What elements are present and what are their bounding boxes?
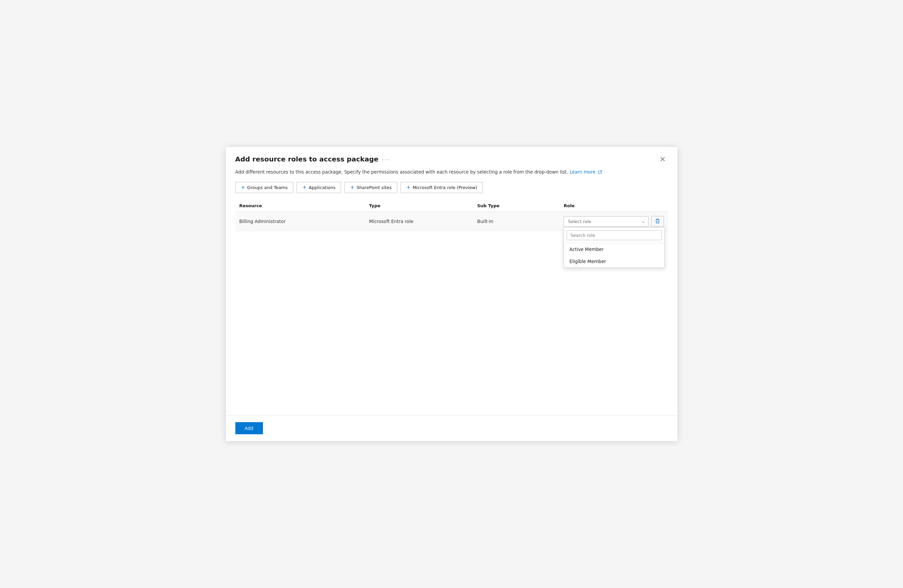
learn-more-link[interactable]: Learn more xyxy=(569,169,602,175)
svg-rect-1 xyxy=(656,220,659,220)
table-row: Billing Administrator Microsoft Entra ro… xyxy=(235,212,668,231)
dropdown-item-eligible-member[interactable]: Eligible Member xyxy=(564,255,664,267)
plus-icon: + xyxy=(350,185,354,190)
dialog-footer: Add xyxy=(226,415,677,441)
sharepoint-sites-label: SharePoint sites xyxy=(357,185,392,190)
microsoft-entra-role-button[interactable]: + Microsoft Entra role (Preview) xyxy=(401,182,483,193)
plus-icon: + xyxy=(302,185,307,190)
dialog: Add resource roles to access package ···… xyxy=(226,147,677,441)
toolbar: + Groups and Teams + Applications + Shar… xyxy=(226,182,677,200)
role-cell-inner: Select role ⌄ Active Member Eligible xyxy=(564,216,664,227)
dialog-description: Add different resources to this access p… xyxy=(226,169,677,182)
resource-cell: Billing Administrator xyxy=(235,212,365,231)
groups-teams-label: Groups and Teams xyxy=(247,185,288,190)
title-row: Add resource roles to access package ··· xyxy=(235,155,390,163)
microsoft-entra-role-label: Microsoft Entra role (Preview) xyxy=(413,185,477,190)
role-dropdown-panel: Active Member Eligible Member xyxy=(564,227,665,268)
column-header-resource: Resource xyxy=(235,200,365,212)
table-body: Billing Administrator Microsoft Entra ro… xyxy=(235,212,668,231)
external-link-icon xyxy=(598,170,602,174)
sharepoint-sites-button[interactable]: + SharePoint sites xyxy=(345,182,397,193)
plus-icon: + xyxy=(406,185,411,190)
applications-label: Applications xyxy=(309,185,335,190)
dialog-ellipsis: ··· xyxy=(382,156,390,163)
resource-roles-table: Resource Type Sub Type Role Billing Admi… xyxy=(235,200,668,231)
table-container: Resource Type Sub Type Role Billing Admi… xyxy=(226,200,677,415)
groups-teams-button[interactable]: + Groups and Teams xyxy=(235,182,294,193)
select-role-wrapper: Select role ⌄ Active Member Eligible xyxy=(564,216,648,227)
close-icon xyxy=(660,157,665,162)
close-button[interactable] xyxy=(657,155,668,163)
subtype-cell: Built-In xyxy=(473,212,560,231)
type-cell: Microsoft Entra role xyxy=(365,212,473,231)
search-role-input[interactable] xyxy=(566,230,662,240)
svg-rect-0 xyxy=(656,219,659,220)
dropdown-search-wrapper xyxy=(564,228,664,243)
select-role-placeholder: Select role xyxy=(568,219,591,224)
delete-row-button[interactable] xyxy=(651,216,664,227)
applications-button[interactable]: + Applications xyxy=(297,182,341,193)
table-header: Resource Type Sub Type Role xyxy=(235,200,668,212)
chevron-down-icon: ⌄ xyxy=(641,219,645,224)
column-header-role: Role xyxy=(560,200,668,212)
column-header-type: Type xyxy=(365,200,473,212)
select-role-button[interactable]: Select role ⌄ xyxy=(564,216,648,227)
dialog-title: Add resource roles to access package xyxy=(235,155,379,163)
dialog-header: Add resource roles to access package ··· xyxy=(226,147,677,169)
add-button[interactable]: Add xyxy=(235,422,263,434)
dropdown-item-active-member[interactable]: Active Member xyxy=(564,243,664,255)
role-cell: Select role ⌄ Active Member Eligible xyxy=(560,212,668,231)
trash-icon xyxy=(655,219,660,224)
column-header-subtype: Sub Type xyxy=(473,200,560,212)
plus-icon: + xyxy=(241,185,245,190)
